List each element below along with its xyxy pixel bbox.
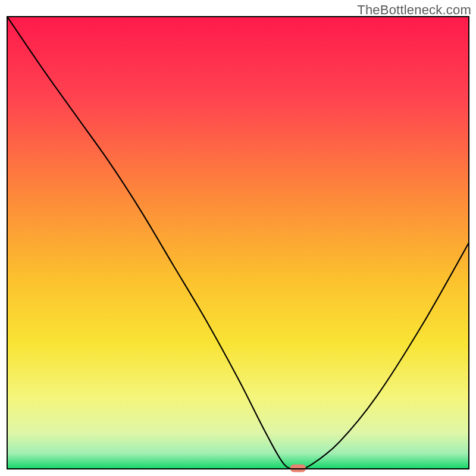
watermark-text: TheBottleneck.com: [357, 2, 471, 18]
chart-svg: [0, 0, 476, 476]
gradient-background: [7, 17, 469, 469]
bottleneck-chart: TheBottleneck.com: [0, 0, 476, 476]
